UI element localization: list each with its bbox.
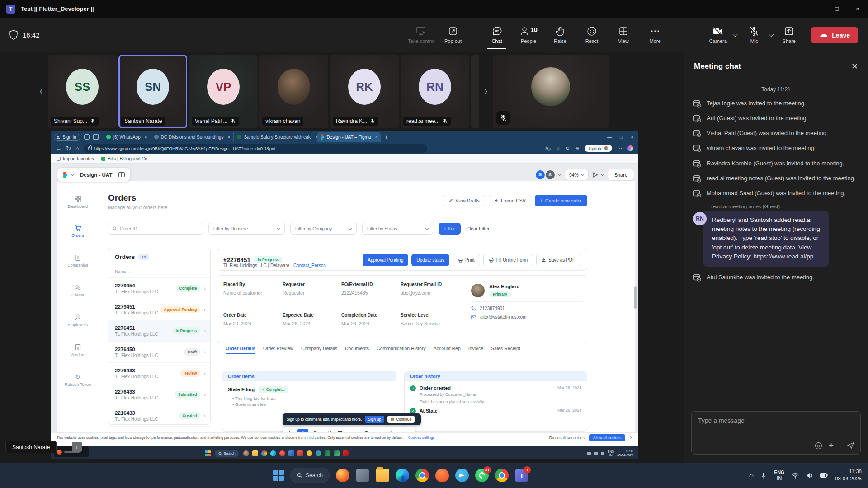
order-row[interactable]: 2276433TL Flex Holdings LLC Submitted › [108, 384, 210, 405]
resources-tool-icon[interactable] [373, 429, 384, 432]
export-csv-button[interactable]: Export CSV [489, 195, 531, 206]
taskbar-search[interactable]: Search [290, 468, 330, 483]
tab-documents[interactable]: Documents [345, 346, 369, 354]
sidebar-item-vendors[interactable]: Vendors [57, 344, 98, 357]
order-row[interactable]: 2279454TL Flex Holdings LLC Complete › [108, 278, 210, 299]
url-field[interactable]: https://www.figma.com/design/9BKQ0FOHRWa… [84, 144, 427, 153]
sidebar-item-refresh-token[interactable]: ↻ Refresh Token [57, 374, 98, 387]
overlay-plus-button[interactable]: + [72, 442, 82, 452]
cookie-settings-link[interactable]: Cookies settings [408, 436, 435, 440]
browser-tab-figma-active[interactable]: Design - UAT – Figma × [317, 132, 381, 142]
pointer-tool-icon[interactable] [285, 429, 296, 432]
brave-icon[interactable] [435, 469, 449, 482]
self-view-tile[interactable] [493, 55, 609, 128]
new-tab-icon[interactable]: + [384, 133, 388, 141]
chat-message-bubble[interactable]: Redberyl and Santosh added read.ai meeti… [703, 211, 829, 267]
import-favorites-button[interactable]: Import favorites [57, 156, 94, 161]
close-chat-icon[interactable]: ✕ [851, 61, 858, 71]
participant-tile-ravindra[interactable]: RK Ravindra K... [330, 55, 399, 128]
clear-filter-button[interactable]: Clear Filter [466, 226, 489, 231]
filter-company-select[interactable]: Filter by Company [290, 223, 357, 235]
language-indicator[interactable]: ENGIN [774, 469, 784, 481]
dev-mode-icon[interactable]: </> [385, 429, 396, 432]
sidebar-item-clients[interactable]: Clients [57, 284, 98, 297]
tab-account-rep[interactable]: Account Rep [434, 346, 461, 354]
bookmark-bills[interactable]: Bills | Billing and Co... [101, 156, 151, 161]
deny-cookies-button[interactable]: Do not allow cookies [549, 436, 585, 440]
browser-tab-excel[interactable]: Sample Salary Structure with calc × [233, 132, 317, 142]
game-bar-widget[interactable] [54, 446, 89, 457]
browser-minimize-icon[interactable]: — [607, 135, 612, 140]
contact-email[interactable]: alex@vstatefilings.com [471, 314, 583, 319]
react-button[interactable]: React [577, 26, 606, 44]
comment-tool-icon[interactable] [310, 429, 321, 432]
browser-tab-dc[interactable]: DC Divisions and Surroundings × [151, 132, 234, 142]
more-button[interactable]: More [641, 26, 670, 44]
tab-order-preview[interactable]: Order Preview [263, 346, 293, 354]
tab-actions-icon[interactable] [93, 134, 99, 140]
chevron-down-icon[interactable] [71, 172, 74, 176]
wifi-icon[interactable] [792, 473, 799, 479]
order-row[interactable]: 2276450TL Flex Holdings LLC Draft › [108, 342, 210, 363]
edge-icon[interactable] [396, 469, 409, 482]
camera-button[interactable]: Camera [703, 26, 732, 44]
camera-chevron-icon[interactable] [733, 32, 738, 37]
filter-status-select[interactable]: Filter by Status [362, 223, 433, 235]
widgets-icon[interactable] [205, 450, 211, 456]
chat-button[interactable]: Chat [482, 26, 511, 44]
create-new-order-button[interactable]: + Create new order [535, 195, 587, 206]
tab-close-icon[interactable]: × [143, 135, 147, 140]
approval-pending-button[interactable]: Approval Pending [363, 254, 408, 266]
order-row[interactable]: 2279451TL Flex Holdings LLC Approval Pen… [108, 299, 210, 320]
minimize-icon[interactable]: — [806, 0, 826, 18]
home-icon[interactable]: ⌂ [75, 145, 79, 152]
filter-button[interactable]: Filter [439, 223, 461, 235]
chevron-down-icon[interactable] [557, 172, 561, 176]
sort-down-icon[interactable]: ↓ [128, 269, 130, 274]
sidebar-item-employees[interactable]: Employees [57, 314, 98, 327]
read-aloud-icon[interactable]: A)) [545, 145, 551, 151]
chat-input-box[interactable]: + [691, 411, 861, 455]
browser-maximize-icon[interactable]: □ [620, 135, 623, 140]
browser-menu-icon[interactable]: ⋯ [618, 145, 623, 151]
scroll-right-icon[interactable]: › [481, 85, 491, 97]
browser-close-icon[interactable]: × [631, 135, 633, 140]
collaborator-avatar[interactable]: A [546, 170, 555, 179]
fill-online-form-button[interactable]: Fill Online Form [483, 254, 533, 266]
send-icon[interactable] [847, 441, 855, 450]
present-play-icon[interactable] [592, 172, 598, 178]
browser-signin-button[interactable]: Sign in [54, 134, 80, 141]
tray-chevron-icon[interactable] [749, 474, 754, 479]
volume-icon[interactable] [806, 473, 813, 479]
raise-hand-button[interactable]: Raise [546, 26, 575, 44]
chevron-down-icon[interactable] [600, 172, 604, 176]
window-more-icon[interactable]: ⋯ [785, 0, 806, 18]
tab-close-icon[interactable]: × [226, 135, 231, 140]
participant-tile-santosh[interactable]: SN Santosh Narate [118, 55, 187, 128]
order-row-selected[interactable]: 2276451TL Flex Holdings LLC In Progress … [108, 320, 210, 342]
close-icon[interactable]: × [847, 0, 868, 18]
view-drafts-button[interactable]: View Drafts [443, 195, 485, 206]
figma-logo-icon[interactable] [63, 172, 67, 178]
shared-taskbar-icons[interactable] [243, 450, 349, 456]
tab-order-details[interactable]: Order Details [226, 346, 255, 354]
chat-message-list[interactable]: Today 11:21 Tejas Ingle was invited to t… [684, 78, 868, 407]
update-browser-button[interactable]: Update [585, 145, 612, 152]
refresh-icon[interactable]: ↻ [66, 145, 71, 152]
tab-sales-receipt[interactable]: Sales Receipt [491, 346, 520, 354]
contact-person-link[interactable]: Contact_Person. [293, 263, 327, 268]
sign-up-button[interactable]: Sign up [365, 416, 384, 423]
teams-icon[interactable]: T1 [515, 469, 528, 482]
browser-essentials-icon[interactable]: ↻ [566, 145, 570, 151]
cookie-close-icon[interactable]: × [630, 435, 632, 440]
order-id-input[interactable] [120, 226, 188, 231]
leave-button[interactable]: Leave [811, 27, 858, 43]
tab-communication-history[interactable]: Communication History [377, 346, 426, 354]
connector-tool-icon[interactable] [349, 429, 359, 432]
participant-tile-vikram[interactable]: vikram chavan [259, 55, 328, 128]
sidebar-item-dashboard[interactable]: Dashboard [57, 196, 98, 209]
save-as-pdf-button[interactable]: Save as PDF [536, 254, 580, 266]
tab-company-details[interactable]: Company Details [301, 346, 337, 354]
sidebar-item-orders[interactable]: Orders [57, 225, 98, 238]
chrome-profile-icon[interactable] [495, 469, 509, 482]
